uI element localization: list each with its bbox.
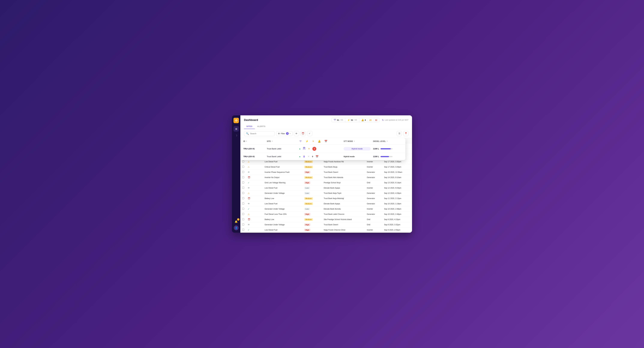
col-dropdown-site[interactable]: SITE ▾ xyxy=(267,140,297,142)
row-checkbox[interactable] xyxy=(242,202,244,204)
status-icon: ✓ xyxy=(248,229,250,231)
map-view-button[interactable]: 📍 xyxy=(403,131,408,136)
table-row: ✓ Generator Under Voltage Low Elevate Ba… xyxy=(240,206,412,212)
row-site: Trust Bank Akin Adesola xyxy=(322,175,365,180)
row-asset: Generator xyxy=(365,196,382,201)
tab-alerts[interactable]: ALERTS xyxy=(255,124,268,129)
table-row: ⏰ Inverter No Output Medium Trust Bank A… xyxy=(240,175,412,180)
status-icon: ⚠ xyxy=(248,160,250,163)
col-stt[interactable]: STT MODE ▾ xyxy=(344,140,370,142)
row-checkbox[interactable] xyxy=(242,208,244,210)
severity-badge: Medium xyxy=(304,218,313,221)
row-status: 👁 xyxy=(246,170,263,175)
row-checkbox-cell xyxy=(240,196,246,201)
row-checkbox[interactable] xyxy=(242,171,244,173)
row-alert: Inverter Phase Sequence Fault xyxy=(263,170,302,175)
row-checkbox-cell xyxy=(240,191,246,196)
row-status: ⏰ xyxy=(246,217,263,222)
row-status: ⏰ xyxy=(246,175,263,180)
bolt-value: 52 xyxy=(351,119,353,121)
row-checkbox-cell xyxy=(240,170,246,175)
row-checkbox[interactable] xyxy=(242,218,244,220)
status-green-icon: ● xyxy=(299,148,300,150)
alert-icon-button[interactable]: ⏰ xyxy=(300,131,306,136)
row-triggered-at: Sep 16 2020, 11:56am xyxy=(382,170,412,175)
list-view-button[interactable]: ☰ xyxy=(397,131,402,136)
severity-badge: Medium xyxy=(304,160,313,163)
row-checkbox[interactable] xyxy=(242,182,244,184)
row-checkbox[interactable] xyxy=(242,197,244,199)
page-title: Dashboard xyxy=(244,118,258,122)
row-checkbox[interactable] xyxy=(242,160,244,162)
row-triggered-at: Sep 10 2020, 2:48pm xyxy=(382,206,412,212)
svg-line-8 xyxy=(305,148,305,150)
table-row: 👁 Low Diesel Fuel Low Elevate Bank Apapa… xyxy=(240,186,412,191)
row-checkbox[interactable] xyxy=(242,187,244,189)
severity-badge: High xyxy=(304,182,310,184)
dropdown-list-item[interactable]: TRU-LEK-01 Trust Bank Lekki ● 🖥 ✕ 0 📅 Hy… xyxy=(240,153,406,160)
row-checkbox[interactable] xyxy=(242,192,244,194)
diesel-bar xyxy=(380,148,392,150)
check-icon-button[interactable]: ✓ xyxy=(307,131,312,136)
row-alert: Low Diesel Fuel xyxy=(263,186,302,191)
search-box[interactable]: 🔍 xyxy=(244,131,274,136)
row-severity: Low xyxy=(302,186,322,191)
dropdown-list-item[interactable]: TRU-LEK-01 Trust Bank Lekki ● ☀ 2 xyxy=(240,144,406,153)
bell-icon: 🔔 xyxy=(235,220,238,223)
table-row: ⏰ Battery Low Medium Trust Bank Ikeja Mo… xyxy=(240,196,412,201)
sidebar-item-notifications[interactable]: 🔔 2 xyxy=(234,219,239,224)
row-severity: High xyxy=(302,228,322,233)
row-checkbox-cell xyxy=(240,180,246,186)
row-status: 👁 xyxy=(246,186,263,191)
bolt-icon: ⚡ xyxy=(347,119,350,121)
diesel-value: 1100 L xyxy=(373,156,379,158)
row-checkbox-cell xyxy=(240,206,246,212)
row-severity: Medium xyxy=(302,201,322,206)
table-row: 👁 Low Diesel Fuel Medium Elevate Bank Ap… xyxy=(240,201,412,206)
col-diesel[interactable]: DIESEL LEVEL ▾ xyxy=(373,140,403,142)
row-asset: Inverter xyxy=(365,228,382,233)
row-checkbox[interactable] xyxy=(242,213,244,215)
wifi-stat: 61/ 65 xyxy=(332,118,345,122)
alerts-count-2: 20 xyxy=(370,119,372,121)
row-asset: Inverter xyxy=(365,164,382,170)
row-checkbox-cell xyxy=(240,186,246,191)
check-icon: ✓ xyxy=(309,132,310,135)
row-site: Trust Bank Lekki Chevron xyxy=(322,212,365,217)
row-alert: Battery Low xyxy=(263,217,302,222)
tab-sites[interactable]: SITES xyxy=(244,124,255,129)
row-site: Trust Bank Ikeja Toyin xyxy=(322,191,365,196)
filter-button[interactable]: ⚙ Filter 3 ▾ xyxy=(276,131,292,136)
col-id[interactable]: ID ▾ xyxy=(244,140,264,142)
table-row: ✓ Low Diesel Fuel High Naija Foods Chevr… xyxy=(240,228,412,233)
view-icon-button[interactable]: 👁 xyxy=(294,131,299,136)
row-alert: Generator Under Voltage xyxy=(263,191,302,196)
wifi-value: 61 xyxy=(337,119,339,121)
row-checkbox[interactable] xyxy=(242,224,244,226)
sidebar-item-mode[interactable]: ☽ xyxy=(234,133,239,138)
bolt-col-icon: ⚡ xyxy=(306,140,308,143)
row-checkbox-cell xyxy=(240,228,246,233)
avatar[interactable]: 👤 xyxy=(234,226,238,230)
row-site: Site Prestige School Victoria Island xyxy=(322,217,365,222)
dropdown-header: ID ▾ SITE ▾ xyxy=(240,138,406,144)
severity-badge: Low xyxy=(304,208,310,210)
row-asset: Generator xyxy=(365,201,382,206)
severity-badge: Medium xyxy=(304,166,313,168)
diesel-sort-icon: ▾ xyxy=(387,140,388,142)
sidebar-item-dashboard[interactable]: ⊞ xyxy=(234,126,239,132)
notification-badge: 2 xyxy=(237,218,240,221)
search-input[interactable] xyxy=(250,132,273,135)
row-checkbox[interactable] xyxy=(242,166,244,168)
row-status: ⚠ xyxy=(246,164,263,170)
table-row: ⚠ Generator Under Voltage Low Trust Bank… xyxy=(240,191,412,196)
status-icon: 👁 xyxy=(248,171,250,174)
status-icon: ✓ xyxy=(248,208,250,210)
row-checkbox[interactable] xyxy=(242,176,244,178)
row-triggered-at: Sep 17 2020, 3:26pm xyxy=(382,164,412,170)
no-sun-icon: ✕ xyxy=(308,155,310,158)
row-severity: Medium xyxy=(302,196,322,201)
sidebar-logo[interactable] xyxy=(234,118,239,123)
severity-badge: High xyxy=(304,224,310,226)
row-checkbox[interactable] xyxy=(242,229,244,231)
